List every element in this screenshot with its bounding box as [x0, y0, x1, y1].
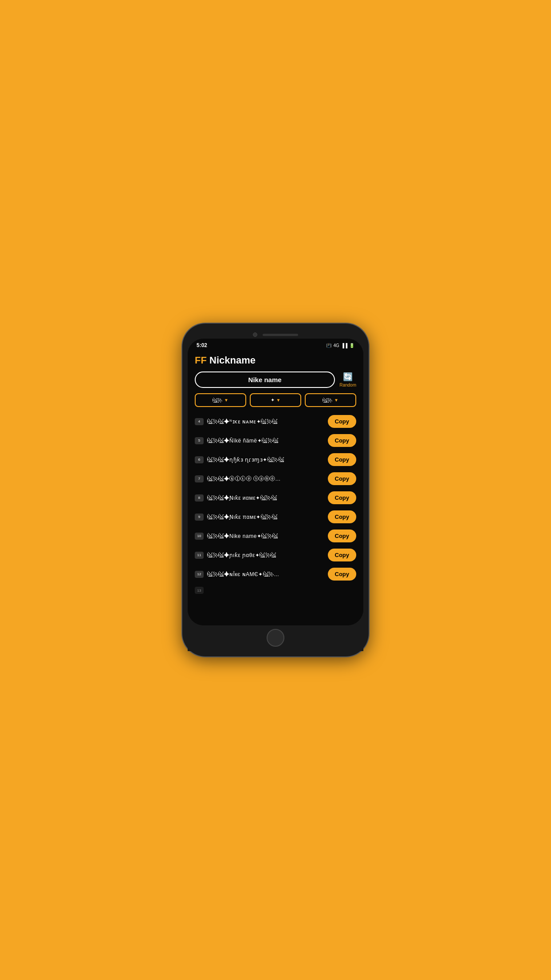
battery-icon: 🔋 [349, 343, 354, 348]
list-item: 8 ꧁ꦿ꧂꧁ꦿ✦Ɲιƙε иαмε✦꧁ꦿ꧂꧁ꦿ Copy [195, 490, 356, 506]
item-number-partial: 13 [195, 587, 204, 594]
item-number: 11 [195, 552, 204, 559]
copy-button[interactable]: Copy [328, 472, 357, 485]
chevron-down-icon-2: ▼ [276, 398, 281, 403]
list-item: 9 ꧁ꦿ꧂꧁ꦿ✦Ɲιƙε παмε✦꧁ꦿ꧂꧁ꦿ Copy [195, 509, 356, 525]
item-text: ꧁ꦿ꧂꧁ꦿ✦ɲιƙε ɲαθε✦꧁ꦿ꧂꧁ꦿ [207, 552, 324, 558]
item-number: 4 [195, 418, 204, 425]
item-text: ꧁ꦿ꧂꧁ꦿ✦ᴺɪᴋᴇ ɴᴀᴍᴇ✦꧁ꦿ꧂꧁ꦿ [207, 419, 324, 425]
item-number: 7 [195, 475, 204, 482]
status-bar: 5:02 📳 4G ▐▐ 🔋 [188, 339, 363, 350]
vibrate-icon: 📳 [326, 343, 331, 348]
random-button[interactable]: 🔄 Random [339, 372, 356, 387]
item-text: ꧁ꦿ꧂꧁ꦿ✦Ɲιƙε παмε✦꧁ꦿ꧂꧁ꦿ [207, 514, 324, 520]
copy-button[interactable]: Copy [328, 434, 357, 447]
phone-bottom [188, 625, 363, 651]
item-text: ꧁ꦿ꧂꧁ꦿ✦Ɲιƙε иαмε✦꧁ꦿ꧂꧁ꦿ [207, 495, 324, 501]
filter-btn-3[interactable]: ꧁ꦿ꧂ ▼ [305, 393, 356, 407]
random-label: Random [339, 383, 356, 387]
copy-button[interactable]: Copy [328, 568, 357, 581]
home-button[interactable] [267, 629, 284, 647]
random-icon: 🔄 [343, 372, 353, 382]
filter-btn-1[interactable]: ꧁ꦿ꧂ ▼ [195, 393, 246, 407]
status-time: 5:02 [197, 342, 207, 348]
copy-button[interactable]: Copy [328, 530, 357, 542]
item-text: ꧁ꦿ꧂꧁ꦿ✦Ñïkë ñämë✦꧁ꦿ꧂꧁ꦿ [207, 438, 324, 444]
filter-1-label: ꧁ꦿ꧂ [213, 398, 222, 403]
filter-btn-2[interactable]: ✦ ▼ [250, 393, 301, 407]
wifi-icon: ▐▐ [341, 343, 347, 348]
list-item: 4 ꧁ꦿ꧂꧁ꦿ✦ᴺɪᴋᴇ ɴᴀᴍᴇ✦꧁ꦿ꧂꧁ꦿ Copy [195, 413, 356, 430]
item-number: 12 [195, 571, 204, 578]
list-item: 10 ꧁ꦿ꧂꧁ꦿ✦Nike name✦꧁ꦿ꧂꧁ꦿ Copy [195, 528, 356, 544]
ff-label: FF [195, 355, 207, 366]
filter-row: ꧁ꦿ꧂ ▼ ✦ ▼ ꧁ꦿ꧂ ▼ [195, 393, 356, 407]
copy-button[interactable]: Copy [328, 510, 357, 523]
item-number: 6 [195, 456, 204, 463]
copy-button[interactable]: Copy [328, 415, 357, 428]
list-item: 11 ꧁ꦿ꧂꧁ꦿ✦ɲιƙε ɲαθε✦꧁ꦿ꧂꧁ꦿ Copy [195, 547, 356, 563]
item-number: 9 [195, 514, 204, 521]
app-content: FF Nickname 🔄 Random ꧁ꦿ꧂ ▼ ✦ [188, 350, 363, 625]
status-icons: 📳 4G ▐▐ 🔋 [326, 343, 354, 348]
list-item: 7 ꧁ꦿ꧂꧁ꦿ✦Ⓝ①ⓚⓔ ⓝⓐⓜⓔ... Copy [195, 470, 356, 487]
item-text: ꧁ꦿ꧂꧁ꦿ✦Nike name✦꧁ꦿ꧂꧁ꦿ [207, 533, 324, 539]
phone-screen: 5:02 📳 4G ▐▐ 🔋 FF Nickname 🔄 Rando [188, 339, 363, 625]
list-item-partial: 13 [195, 585, 356, 596]
filter-2-label: ✦ [271, 397, 275, 403]
list-item: 12 ꧁ꦿ꧂꧁ꦿ✦ɴĪкє ɴAMЄ✦꧁ꦿ꧂... Copy [195, 566, 356, 582]
front-camera [253, 332, 257, 337]
item-text: ꧁ꦿ꧂꧁ꦿ✦ɳɧƙɜ ɳɾɜɱɜ✦꧁ꦿ꧂꧁ꦿ [207, 457, 324, 463]
list-item: 5 ꧁ꦿ꧂꧁ꦿ✦Ñïkë ñämë✦꧁ꦿ꧂꧁ꦿ Copy [195, 432, 356, 449]
item-text: ꧁ꦿ꧂꧁ꦿ✦ɴĪкє ɴAMЄ✦꧁ꦿ꧂... [207, 571, 324, 577]
item-text: ꧁ꦿ꧂꧁ꦿ✦Ⓝ①ⓚⓔ ⓝⓐⓜⓔ... [207, 476, 324, 482]
phone-top-bar [188, 329, 363, 339]
app-title: FF Nickname [195, 355, 356, 366]
copy-button[interactable]: Copy [328, 453, 357, 466]
copy-button[interactable]: Copy [328, 549, 357, 561]
search-input[interactable] [195, 371, 335, 388]
chevron-down-icon-3: ▼ [334, 398, 338, 403]
search-row: 🔄 Random [195, 371, 356, 388]
nickname-label: Nickname [209, 355, 256, 366]
phone-frame: 5:02 📳 4G ▐▐ 🔋 FF Nickname 🔄 Rando [182, 324, 369, 656]
item-number: 5 [195, 437, 204, 444]
item-number: 8 [195, 494, 204, 502]
filter-3-label: ꧁ꦿ꧂ [323, 398, 332, 403]
nickname-list: 4 ꧁ꦿ꧂꧁ꦿ✦ᴺɪᴋᴇ ɴᴀᴍᴇ✦꧁ꦿ꧂꧁ꦿ Copy 5 ꧁ꦿ꧂꧁ꦿ✦Ñïk… [195, 413, 356, 596]
signal-icon: 4G [333, 343, 339, 348]
copy-button[interactable]: Copy [328, 491, 357, 504]
phone-speaker [263, 334, 298, 336]
item-number: 10 [195, 533, 204, 540]
chevron-down-icon-1: ▼ [224, 398, 228, 403]
list-item: 6 ꧁ꦿ꧂꧁ꦿ✦ɳɧƙɜ ɳɾɜɱɜ✦꧁ꦿ꧂꧁ꦿ Copy [195, 451, 356, 468]
